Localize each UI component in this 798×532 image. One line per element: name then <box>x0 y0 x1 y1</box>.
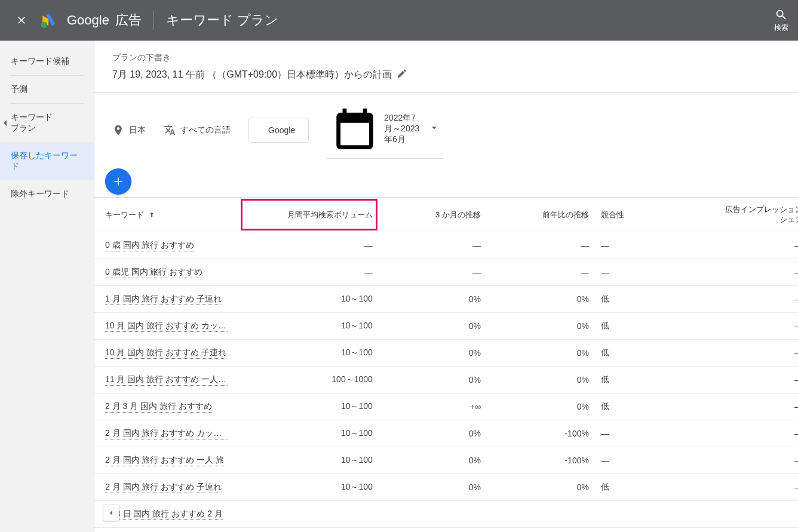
impressions-cell: — <box>693 286 798 313</box>
keyword-cell[interactable]: 2 月 3 月 国内 旅行 おすすめ <box>94 393 240 420</box>
add-keyword-fab[interactable] <box>105 168 131 195</box>
edit-plan-button[interactable] <box>397 68 407 81</box>
impressions-cell: — <box>693 474 798 501</box>
keyword-table: キーワード 月間平均検索ボリューム 3 か月の推移 前年比の推移 競合性 <box>94 198 798 528</box>
volume-cell: 10～100 <box>240 420 379 447</box>
yoy-cell: 0% <box>487 340 595 367</box>
trend3m-cell: +∞ <box>379 393 487 420</box>
impressions-cell: — <box>693 232 798 259</box>
keyword-link[interactable]: 2 月 国内 旅行 おすすめ 一人 旅 <box>105 455 224 466</box>
keyword-cell[interactable]: 2 月 国内 旅行 おすすめ カップル <box>94 420 240 447</box>
sidebar-item-negative-keywords[interactable]: 除外キーワード <box>0 180 94 208</box>
trend3m-cell: — <box>379 232 487 259</box>
keyword-cell[interactable]: 0 歳 国内 旅行 おすすめ <box>94 232 240 259</box>
date-range-label: 2022年7月～2023年6月 <box>384 113 423 145</box>
network-filter[interactable]: Google <box>248 118 309 143</box>
keyword-cell[interactable]: 2 月 国内 旅行 おすすめ 一人 旅 <box>94 447 240 474</box>
keyword-link[interactable]: 0 歳 国内 旅行 おすすめ <box>105 240 194 251</box>
keyword-cell[interactable]: 10 月 国内 旅行 おすすめ カップ... <box>94 313 240 340</box>
col-header-3month[interactable]: 3 か月の推移 <box>379 198 487 232</box>
yoy-cell: — <box>487 259 595 286</box>
language-filter-label: すべての言語 <box>180 125 231 136</box>
keyword-cell[interactable]: 10 月 国内 旅行 おすすめ 子連れ <box>94 340 240 367</box>
col-header-keyword[interactable]: キーワード <box>94 198 240 232</box>
location-icon <box>112 124 124 136</box>
keyword-link[interactable]: 11 月 国内 旅行 おすすめ 一人 旅 <box>105 374 228 386</box>
table-row: 0 歳 国内 旅行 おすすめ————— <box>94 232 798 259</box>
competition-cell <box>595 501 694 528</box>
keyword-link[interactable]: 10 月 国内 旅行 おすすめ カップ... <box>105 321 228 332</box>
impressions-cell: — <box>693 259 798 286</box>
vertical-separator <box>154 11 154 30</box>
yoy-cell: 0% <box>487 474 595 501</box>
table-row: 2 月 3 月 国内 旅行 おすすめ10～100+∞0%低— <box>94 393 798 420</box>
location-filter-label: 日本 <box>129 125 146 136</box>
competition-cell: — <box>595 232 694 259</box>
keyword-link[interactable]: 1 月 国内 旅行 おすすめ 子連れ <box>105 294 222 305</box>
scroll-left-button[interactable] <box>103 505 119 521</box>
sidebar-item-ideas[interactable]: キーワード候補 <box>0 48 94 75</box>
keyword-cell[interactable]: 1 月 国内 旅行 おすすめ 子連れ <box>94 286 240 313</box>
location-filter[interactable]: 日本 <box>112 124 146 136</box>
trend3m-cell: 0% <box>379 313 487 340</box>
col-header-yoy[interactable]: 前年比の推移 <box>487 198 595 232</box>
table-row: 1 月 国内 旅行 おすすめ 子連れ10～1000%0%低— <box>94 286 798 313</box>
keyword-cell[interactable]: 2 月 国内 旅行 おすすめ 子連れ <box>94 474 240 501</box>
table-row: 2 月 国内 旅行 おすすめ 子連れ10～1000%0%低— <box>94 474 798 501</box>
competition-cell: 低 <box>595 367 694 393</box>
volume-cell: — <box>240 259 379 286</box>
network-filter-label: Google <box>268 125 295 135</box>
col-header-label: 前年比の推移 <box>542 210 589 219</box>
trend3m-cell: 0% <box>379 447 487 474</box>
sidebar-item-forecast[interactable]: 予測 <box>0 76 94 103</box>
table-row: 10 月 国内 旅行 おすすめ カップ...10～1000%0%低— <box>94 313 798 340</box>
col-header-label: キーワード <box>105 210 144 220</box>
volume-cell: 10～100 <box>240 340 379 367</box>
translate-icon <box>164 124 176 136</box>
keyword-cell[interactable]: 11 月 国内 旅行 おすすめ 一人 旅 <box>94 367 240 393</box>
volume-cell: 10～100 <box>240 313 379 340</box>
col-header-volume[interactable]: 月間平均検索ボリューム <box>240 198 379 232</box>
language-filter[interactable]: すべての言語 <box>164 124 231 136</box>
trend3m-cell: 0% <box>379 286 487 313</box>
sidebar-item-label: 保存したキーワード <box>11 150 78 171</box>
col-header-competition[interactable]: 競合性 <box>595 198 694 232</box>
competition-cell: 低 <box>595 393 694 420</box>
close-button[interactable] <box>10 8 33 32</box>
trend3m-cell: 0% <box>379 420 487 447</box>
keyword-cell[interactable]: 0 歳児 国内 旅行 おすすめ <box>94 259 240 286</box>
keyword-link[interactable]: ヨ 3 日 国内 旅行 おすすめ 2 月 <box>105 509 223 520</box>
volume-cell: 100～1000 <box>240 367 379 393</box>
yoy-cell: 0% <box>487 393 595 420</box>
sidebar-item-plan[interactable]: キーワード プラン <box>0 104 94 142</box>
search-icon <box>775 8 788 21</box>
sidebar-item-saved-keywords[interactable]: 保存したキーワード <box>0 142 94 180</box>
yoy-cell: 0% <box>487 313 595 340</box>
col-header-label: 月間平均検索ボリューム <box>287 210 373 219</box>
table-row: 11 月 国内 旅行 おすすめ 一人 旅100～10000%0%低— <box>94 367 798 393</box>
competition-cell: 低 <box>595 313 694 340</box>
col-header-label: 競合性 <box>601 210 624 219</box>
col-header-impressions[interactable]: 広告インプレッション シェア <box>693 198 798 232</box>
ads-logo-icon <box>41 12 57 29</box>
yoy-cell: -100% <box>487 447 595 474</box>
google-ads-logo <box>41 12 57 29</box>
table-row: 10 月 国内 旅行 おすすめ 子連れ10～1000%0%低— <box>94 340 798 367</box>
keyword-link[interactable]: 2 月 3 月 国内 旅行 おすすめ <box>105 401 212 413</box>
impressions-cell: — <box>693 447 798 474</box>
competition-cell: 低 <box>595 474 694 501</box>
keyword-link[interactable]: 2 月 国内 旅行 おすすめ カップル <box>105 428 228 439</box>
keyword-link[interactable]: 2 月 国内 旅行 おすすめ 子連れ <box>105 482 222 493</box>
date-range-filter[interactable]: 2022年7月～2023年6月 <box>327 102 444 159</box>
trend3m-cell <box>379 501 487 528</box>
table-row: 0 歳児 国内 旅行 おすすめ————— <box>94 259 798 286</box>
col-header-label: 広告インプレッション <box>725 205 798 214</box>
keyword-link[interactable]: 10 月 国内 旅行 おすすめ 子連れ <box>105 348 226 359</box>
volume-cell: 10～100 <box>240 447 379 474</box>
sidebar-item-label: 予測 <box>11 84 27 94</box>
keyword-link[interactable]: 0 歳児 国内 旅行 おすすめ <box>105 267 202 278</box>
trend3m-cell: 0% <box>379 474 487 501</box>
search-button[interactable]: 検索 <box>774 8 788 33</box>
sidebar: キーワード候補 予測 キーワード プラン 保存したキーワード 除外キーワード <box>0 41 94 532</box>
brand-ads: 広告 <box>115 13 142 27</box>
